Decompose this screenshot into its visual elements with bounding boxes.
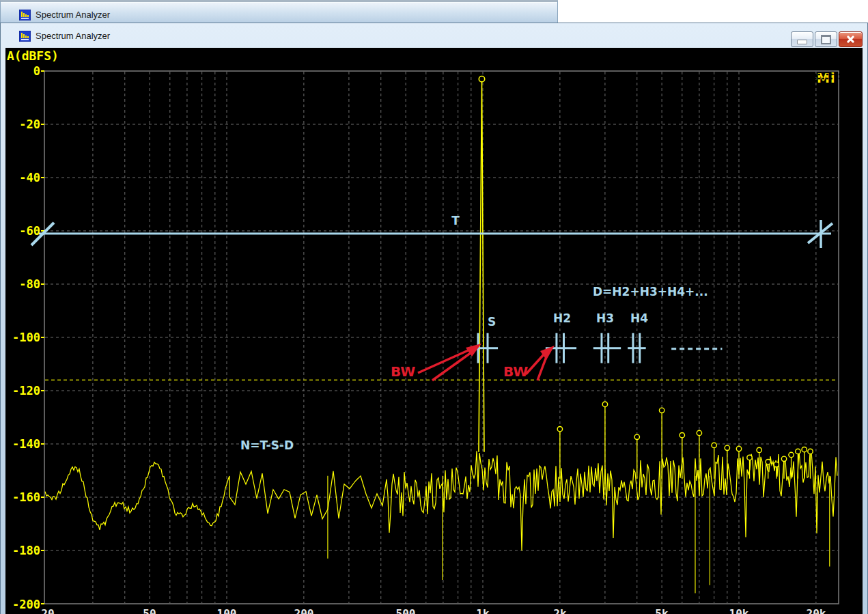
close-button[interactable]: [839, 31, 863, 47]
spectrum-analyzer-icon: [19, 10, 31, 20]
background-window-title: Spectrum Analyzer: [36, 10, 110, 20]
spectrum-analyzer-icon: [19, 31, 31, 42]
minimize-icon: [797, 40, 807, 44]
client-area: [5, 48, 863, 614]
window-title: Spectrum Analyzer: [36, 31, 110, 41]
maximize-icon: [821, 35, 831, 44]
window-controls: [791, 31, 863, 47]
title-bar: Spectrum Analyzer: [1, 25, 867, 47]
minimize-button[interactable]: [791, 31, 813, 47]
spectrum-analyzer-window: Spectrum Analyzer: [0, 23, 868, 614]
maximize-button[interactable]: [815, 31, 837, 47]
close-icon: [845, 35, 856, 44]
